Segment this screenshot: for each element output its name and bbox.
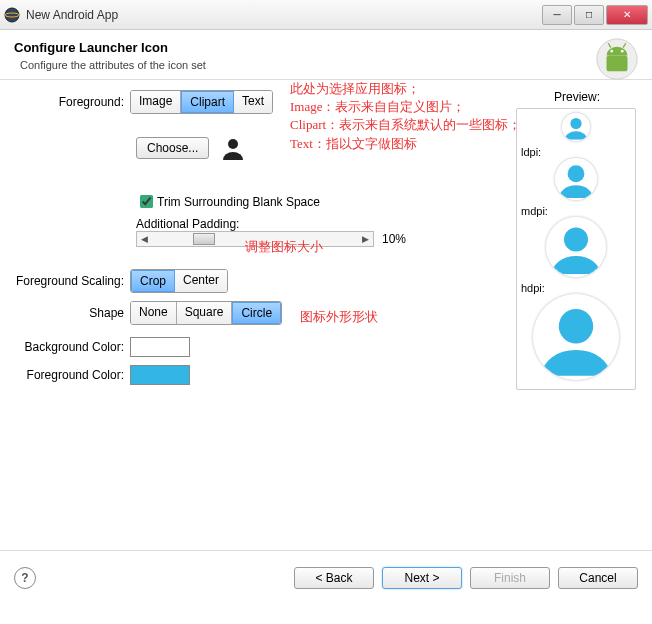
annotation-padding: 调整图标大小 xyxy=(245,238,323,256)
slider-left-arrow[interactable]: ◀ xyxy=(137,234,151,244)
foreground-image-toggle[interactable]: Image xyxy=(131,91,181,113)
eclipse-icon xyxy=(4,7,20,23)
page-title: Configure Launcher Icon xyxy=(14,40,638,55)
foreground-label: Foreground: xyxy=(10,95,130,109)
window-title: New Android App xyxy=(26,8,540,22)
preview-label: Preview: xyxy=(512,90,642,104)
svg-point-8 xyxy=(228,139,238,149)
trim-label: Trim Surrounding Blank Space xyxy=(157,195,320,209)
page-subtitle: Configure the attributes of the icon set xyxy=(20,59,638,71)
slider-thumb[interactable] xyxy=(193,233,215,245)
next-button[interactable]: Next > xyxy=(382,567,462,589)
scaling-center-toggle[interactable]: Center xyxy=(175,270,227,292)
padding-value: 10% xyxy=(382,232,406,246)
background-color-swatch[interactable] xyxy=(130,337,190,357)
svg-rect-3 xyxy=(607,56,628,72)
title-bar: New Android App ─ □ ✕ xyxy=(0,0,652,30)
svg-point-10 xyxy=(570,118,581,129)
foreground-color-swatch[interactable] xyxy=(130,365,190,385)
background-color-label: Background Color: xyxy=(10,340,130,354)
svg-point-0 xyxy=(5,8,19,22)
scaling-crop-toggle[interactable]: Crop xyxy=(131,270,175,292)
maximize-button[interactable]: □ xyxy=(574,5,604,25)
back-button[interactable]: < Back xyxy=(294,567,374,589)
wizard-header: Configure Launcher Icon Configure the at… xyxy=(0,30,652,80)
svg-point-16 xyxy=(559,309,593,343)
choose-button[interactable]: Choose... xyxy=(136,137,209,159)
svg-point-5 xyxy=(621,50,624,53)
annotation-shape: 图标外形形状 xyxy=(300,308,378,326)
svg-point-4 xyxy=(610,50,613,53)
preview-item-hdpi: mdpi: xyxy=(521,205,631,280)
preview-panel: ldpi:mdpi:hdpi: xyxy=(516,108,636,390)
scaling-label: Foreground Scaling: xyxy=(10,274,130,288)
preview-item-mdpi: ldpi: xyxy=(521,146,631,203)
slider-right-arrow[interactable]: ▶ xyxy=(359,234,373,244)
foreground-text-toggle[interactable]: Text xyxy=(234,91,272,113)
preview-item-ldpi xyxy=(521,113,631,144)
shape-square-toggle[interactable]: Square xyxy=(177,302,233,324)
annotation-foreground: 此处为选择应用图标； Image：表示来自自定义图片； Clipart：表示来自… xyxy=(290,80,521,153)
foreground-color-label: Foreground Color: xyxy=(10,368,130,382)
svg-point-14 xyxy=(564,228,588,252)
trim-checkbox[interactable] xyxy=(140,195,153,208)
help-icon[interactable]: ? xyxy=(14,567,36,589)
close-button[interactable]: ✕ xyxy=(606,5,648,25)
foreground-toggle-group: Image Clipart Text xyxy=(130,90,273,114)
shape-none-toggle[interactable]: None xyxy=(131,302,177,324)
shape-label: Shape xyxy=(10,306,130,320)
wizard-footer: ? < Back Next > Finish Cancel xyxy=(0,550,652,605)
svg-point-12 xyxy=(568,165,585,182)
shape-toggle-group: None Square Circle xyxy=(130,301,282,325)
minimize-button[interactable]: ─ xyxy=(542,5,572,25)
finish-button: Finish xyxy=(470,567,550,589)
foreground-clipart-toggle[interactable]: Clipart xyxy=(181,91,234,113)
cancel-button[interactable]: Cancel xyxy=(558,567,638,589)
preview-item-xhdpi: hdpi: xyxy=(521,282,631,383)
android-icon xyxy=(596,38,638,80)
shape-circle-toggle[interactable]: Circle xyxy=(232,302,281,324)
scaling-toggle-group: Crop Center xyxy=(130,269,228,293)
clipart-preview-icon xyxy=(219,134,247,162)
padding-label: Additional Padding: xyxy=(136,217,512,231)
